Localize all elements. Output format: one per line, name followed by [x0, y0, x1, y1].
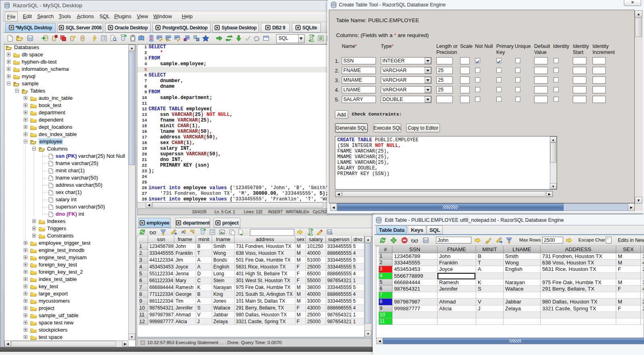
- svg-text:0: 0: [198, 38, 199, 41]
